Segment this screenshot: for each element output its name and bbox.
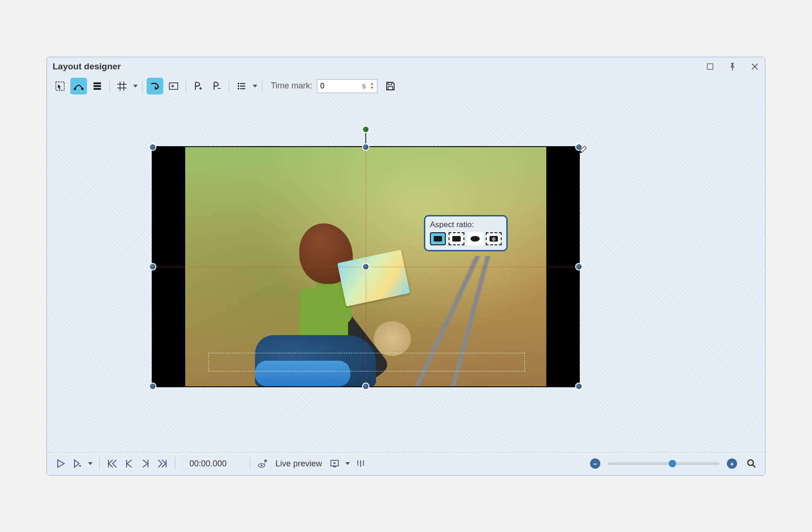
prev-frame-button[interactable] [122,457,136,471]
time-mark-input[interactable] [320,82,353,90]
aspect-ratio-options: ◎ [430,232,502,245]
magnifier-icon [746,458,757,469]
pin-icon [729,62,736,71]
aspect-ratio-popup: Aspect ratio: ◎ [424,215,508,251]
maximize-button[interactable] [705,62,715,71]
svg-rect-8 [238,83,239,84]
add-region-icon [168,81,179,92]
handle-bottom-center[interactable] [362,383,369,390]
list-dropdown[interactable] [252,85,258,88]
svg-rect-12 [240,86,245,87]
close-button[interactable] [750,62,759,71]
prev-frame-icon [124,459,134,468]
grid-tool-button[interactable] [114,78,130,94]
handle-mid-left[interactable] [149,263,156,270]
svg-rect-10 [238,88,239,89]
handle-top-center[interactable] [362,143,369,151]
window-controls [705,62,759,71]
rewind-start-icon [107,459,117,468]
eye-flag-icon [258,459,268,468]
svg-rect-4 [94,82,101,84]
aspect-option-fill[interactable] [467,232,483,245]
separator [175,457,175,470]
zoom-out-button[interactable]: − [590,458,600,469]
keyframe-remove-button[interactable] [208,78,225,94]
titlebar: Layout designer [47,57,765,76]
bottom-bar: 00:00.000 Live preview − + [47,452,765,475]
stack-icon [92,81,103,92]
video-object[interactable] [152,146,580,387]
zoom-thumb[interactable] [669,460,676,467]
svg-point-2 [74,88,76,90]
preview-dropdown[interactable] [344,462,351,465]
save-button[interactable] [382,78,399,94]
chevron-down-icon [253,85,257,88]
stack-tool-button[interactable] [89,78,106,94]
grid-dropdown[interactable] [132,85,139,88]
next-frame-icon [141,459,150,468]
svg-point-21 [357,465,359,466]
preview-mode-icon [329,459,340,468]
forward-end-icon [157,459,168,468]
separator [109,80,110,93]
grid-icon [116,81,128,92]
aspect-option-fit[interactable] [449,232,464,245]
timeline-markers-button[interactable] [354,457,368,471]
edit-pencil-icon[interactable] [578,145,587,155]
close-icon [751,63,758,70]
time-mark-label: Time mark: [271,81,312,91]
flag-minus-icon [211,81,222,92]
preview-eye-button[interactable] [256,457,270,471]
svg-rect-20 [333,466,336,467]
svg-rect-15 [388,87,393,90]
time-mark-field[interactable]: s ▲ ▼ [317,79,377,93]
add-region-button[interactable] [165,78,182,94]
keyframe-add-button[interactable] [190,78,207,94]
play-button[interactable] [54,457,67,471]
handle-top-left[interactable] [149,143,156,151]
spinner-down[interactable]: ▼ [369,86,374,90]
aspect-option-stretch[interactable]: ◎ [486,232,502,245]
handle-mid-right[interactable] [575,263,583,270]
play-range-button[interactable] [70,457,84,471]
minus-icon: − [593,460,597,468]
zoom-in-button[interactable]: + [727,458,737,469]
svg-point-18 [261,465,262,466]
time-spinner: ▲ ▼ [369,82,374,90]
play-dropdown[interactable] [87,462,94,465]
chevron-down-icon [345,462,350,465]
separator [99,457,100,470]
rotate-handle[interactable] [362,126,369,133]
svg-point-23 [748,460,753,465]
separator [262,80,262,93]
next-frame-button[interactable] [139,457,153,471]
preview-mode-button[interactable] [328,457,342,471]
chevron-down-icon [88,462,93,465]
spinner-up[interactable]: ▲ [369,82,374,86]
chevron-down-icon [133,85,138,88]
forward-end-button[interactable] [155,457,169,471]
retro-tool-button[interactable] [147,78,163,94]
select-tool-button[interactable] [52,78,68,94]
svg-point-16 [79,465,81,467]
markers-icon [356,459,365,468]
vector-tool-button[interactable] [70,78,87,94]
pen-curve-icon [73,81,84,92]
zoom-fit-button[interactable] [745,457,758,471]
live-preview-label: Live preview [275,459,322,469]
aspect-option-original[interactable] [430,232,446,245]
list-tool-button[interactable] [233,78,250,94]
handle-bottom-left[interactable] [149,383,156,390]
svg-rect-0 [707,64,713,69]
flag-plus-icon [193,81,204,92]
handle-center[interactable] [362,263,369,270]
canvas-area[interactable]: Aspect ratio: ◎ [47,96,765,452]
svg-rect-14 [388,82,392,85]
toolbar: Time mark: s ▲ ▼ [47,76,765,96]
svg-point-22 [363,465,364,466]
zoom-slider[interactable] [608,462,719,465]
separator [250,457,250,470]
pin-button[interactable] [728,62,737,71]
rewind-start-button[interactable] [105,457,119,471]
handle-bottom-right[interactable] [575,383,583,390]
